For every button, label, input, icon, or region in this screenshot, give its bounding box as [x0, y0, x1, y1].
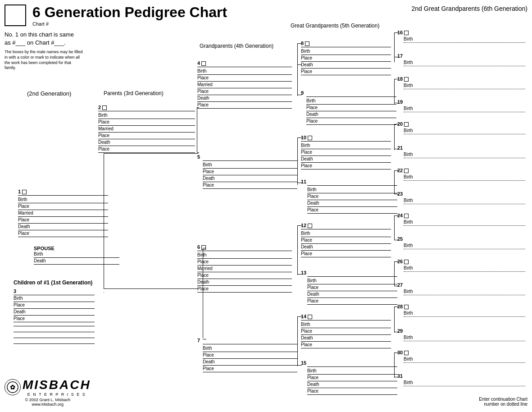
person-9: 9 Birth Place Death Place [301, 88, 396, 125]
pedigree-chart: 6 Generation Pedigree Chart Chart # 2nd … [0, 0, 532, 412]
person-2: 2 Birth Place Married Place Death Place [98, 103, 195, 153]
conn-30h [394, 352, 399, 353]
conn-22h [394, 170, 399, 171]
connector-2-4v [197, 107, 197, 152]
conn-8h [297, 43, 302, 44]
conn-4-9v [297, 64, 298, 96]
conn-5-11v [297, 137, 298, 183]
conn-7-15v [297, 316, 298, 366]
logo-copyright: © 2002 Grant L. Misbach www.Misbach.org [5, 398, 91, 407]
person-17: 17 Birth [397, 51, 525, 66]
conn-19h [394, 103, 399, 103]
conn-8-16v [394, 32, 395, 57]
conn-25h [394, 240, 399, 240]
person-4: 4 Birth Place Married Place Death Place [197, 59, 292, 109]
children-label: Children of #1 (1st Generation) [14, 279, 95, 286]
conn-27h [394, 286, 399, 286]
conn-6h [203, 248, 206, 248]
small-note: The boxes by the male names may be fille… [5, 50, 83, 71]
conn-12-24v [394, 215, 395, 240]
conn-10h [297, 137, 302, 138]
logo-name: MISBACH [23, 378, 91, 392]
gen4-label: Grandparents (4th Generation) [200, 43, 273, 49]
person-3-num: 3 [14, 288, 95, 294]
conn-9h [297, 95, 302, 95]
person-22: 22 Birth [397, 166, 525, 181]
gen6-label: 2nd Great Grandparents (6th Generation) [411, 5, 527, 12]
conn-16h [394, 32, 399, 33]
conn-26h [394, 261, 399, 262]
gen6-header: 2nd Great Grandparents (6th Generation) [411, 5, 527, 13]
connector-1-2 [104, 153, 104, 189]
spouse-section: SPOUSE Birth Death [34, 246, 119, 265]
no1-text: No. 1 on this chart is same as #___ on C… [5, 31, 83, 47]
logo-section: ✿ MISBACH E N T E R P R I S E S © 2002 G… [5, 378, 91, 407]
person-16: 16 Birth [397, 28, 525, 43]
chart-number: Chart # [32, 21, 227, 27]
p1-place: Place [18, 203, 108, 210]
person-18: 18 Birth [397, 74, 525, 89]
conn-23h [394, 194, 399, 194]
person-29: 29 Birth [397, 326, 525, 341]
connector-1-2-h [104, 153, 198, 154]
conn-15h [297, 365, 302, 366]
conn-14-28v [394, 307, 395, 333]
conn-31h [394, 377, 399, 377]
chart-title: 6 Generation Pedigree Chart [32, 5, 227, 20]
conn-6-13v [297, 225, 298, 275]
person-25: 25 Birth [397, 234, 525, 249]
chart-box [5, 5, 26, 26]
person-27: 27 Birth [397, 280, 525, 295]
connector-2-4h [197, 107, 199, 108]
conn-17h [394, 57, 399, 57]
person-23: 23 Birth [397, 189, 525, 204]
person-30: 30 Birth [397, 348, 525, 363]
person-28: 28 Birth [397, 302, 525, 317]
conn-24h [394, 215, 399, 216]
person-15: 15 Birth Place Death Place [301, 358, 397, 395]
connector-2-5 [197, 152, 199, 153]
conn-15-30v [394, 352, 395, 378]
conn-21h [394, 149, 399, 149]
svg-text:✿: ✿ [10, 384, 15, 391]
conn-13h [297, 274, 302, 275]
conn-29h [394, 332, 399, 332]
connector-1-3-h [104, 288, 198, 289]
footer-continuation: Enter continuation Chart number on dotte… [479, 397, 527, 407]
person-1-num: 1 [18, 189, 27, 194]
person-12: 12 Birth Place Death Place [301, 221, 391, 257]
conn-14h [297, 316, 302, 317]
conn-10-20v [394, 124, 395, 150]
connector-1-3 [104, 189, 104, 288]
conn-11h [297, 183, 302, 183]
person-14: 14 Birth Place Death Place [301, 312, 391, 348]
conn-6-7v [203, 248, 203, 338]
logo-circle: ✿ [5, 379, 21, 395]
conn-12h [297, 225, 302, 226]
logo-enterprises: E N T E R P R I S E S [23, 392, 91, 397]
conn-20h [394, 124, 399, 124]
info-section: No. 1 on this chart is same as #___ on C… [5, 31, 83, 71]
person-1: 1 Birth Place Married Place Death Place [18, 187, 108, 237]
conn-9-18v [394, 79, 395, 104]
conn-13-26v [394, 261, 395, 286]
person-19: 19 Birth [397, 97, 525, 112]
person-10: 10 Birth Place Death Place [301, 133, 391, 169]
conn-28h [394, 307, 399, 307]
spouse-label: SPOUSE [34, 246, 119, 251]
person-8: 8 Birth Place Death Place [301, 39, 391, 75]
person-31: 31 Birth [397, 371, 525, 386]
conn-4-8 [297, 64, 302, 65]
gen5-label: Great Grandparents (5th Generation) [291, 23, 379, 29]
p1-married: Married [18, 210, 108, 216]
person-13: 13 Birth Place Death Place [301, 268, 397, 305]
gen3-label: Parents (3rd Generation) [104, 90, 164, 96]
conn-7h [203, 339, 206, 339]
p1-mplace: Place [18, 217, 108, 223]
p1-dplace: Place [18, 230, 108, 237]
person-20: 20 Birth [397, 119, 525, 134]
p1-death: Death [18, 224, 108, 230]
person-7: 7 Birth Place Death Place [197, 336, 297, 372]
person-11: 11 Birth Place Death Place [301, 177, 397, 214]
person-5: 5 Birth Place Death Place [197, 152, 297, 189]
